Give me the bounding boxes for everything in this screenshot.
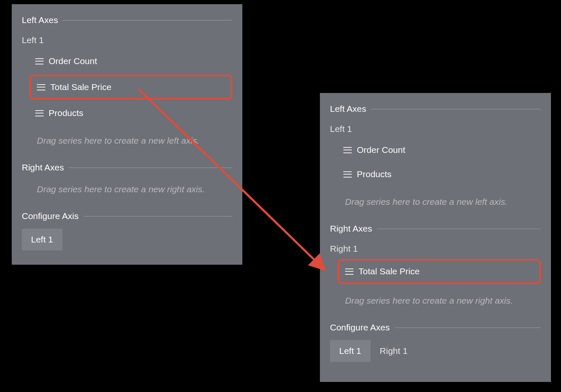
configure-axis-tabs: Left 1 [22, 229, 232, 250]
tab-left1[interactable]: Left 1 [330, 340, 371, 362]
drag-handle-icon[interactable] [35, 110, 44, 116]
divider [377, 229, 541, 229]
divider [63, 20, 232, 21]
series-item-total-sale-price[interactable]: Total Sale Price [338, 259, 541, 284]
axes-config-panel-after: Left Axes Left 1 Order Count Products Dr… [320, 93, 551, 382]
divider [371, 109, 541, 109]
tab-right1[interactable]: Right 1 [371, 340, 417, 362]
series-item-order-count[interactable]: Order Count [29, 50, 232, 72]
series-label: Products [357, 169, 392, 179]
axes-config-panel-before: Left Axes Left 1 Order Count Total Sale … [12, 4, 242, 265]
left-axes-drop-hint[interactable]: Drag series here to create a new left ax… [37, 136, 232, 146]
series-label: Order Count [357, 145, 405, 155]
drag-handle-icon[interactable] [343, 171, 352, 178]
configure-axes-header: Configure Axes [330, 322, 541, 333]
left-axes-header: Left Axes [22, 15, 232, 25]
left-axes-header-label: Left Axes [22, 15, 58, 25]
divider [395, 328, 541, 328]
left-axes-header: Left Axes [330, 104, 541, 114]
right-axes-drop-hint[interactable]: Drag series here to create a new right a… [37, 184, 232, 194]
right-axes-header: Right Axes [330, 224, 541, 234]
right-axes-header-label: Right Axes [22, 162, 64, 173]
tab-left1[interactable]: Left 1 [22, 229, 62, 250]
configure-axis-header-label: Configure Axis [22, 211, 78, 221]
series-item-products[interactable]: Products [29, 102, 232, 124]
drag-handle-icon[interactable] [35, 58, 44, 64]
axis-name-left1: Left 1 [330, 124, 541, 134]
series-item-total-sale-price[interactable]: Total Sale Price [29, 75, 232, 100]
series-label: Total Sale Price [358, 266, 420, 276]
drag-handle-icon[interactable] [343, 147, 352, 153]
left-axes-series-list: Order Count Total Sale Price Products [22, 50, 232, 124]
series-label: Total Sale Price [50, 82, 112, 92]
left-axes-drop-hint[interactable]: Drag series here to create a new left ax… [345, 197, 541, 207]
axis-name-left1: Left 1 [22, 35, 232, 45]
series-item-order-count[interactable]: Order Count [338, 139, 541, 161]
series-label: Products [49, 108, 83, 118]
divider [83, 216, 232, 217]
axis-name-right1: Right 1 [330, 244, 541, 254]
right-axes-series-list: Total Sale Price [330, 259, 541, 284]
series-label: Order Count [49, 56, 97, 66]
series-item-products[interactable]: Products [338, 163, 541, 185]
configure-axes-tabs: Left 1 Right 1 [330, 340, 541, 362]
configure-axis-header: Configure Axis [22, 211, 232, 221]
right-axes-header: Right Axes [22, 162, 232, 173]
right-axes-drop-hint[interactable]: Drag series here to create a new right a… [345, 296, 541, 306]
drag-handle-icon[interactable] [345, 268, 353, 275]
left-axes-header-label: Left Axes [330, 104, 366, 114]
drag-handle-icon[interactable] [37, 84, 45, 90]
left-axes-series-list: Order Count Products [330, 139, 541, 185]
right-axes-header-label: Right Axes [330, 224, 372, 234]
configure-axes-header-label: Configure Axes [330, 322, 390, 333]
divider [69, 168, 232, 168]
